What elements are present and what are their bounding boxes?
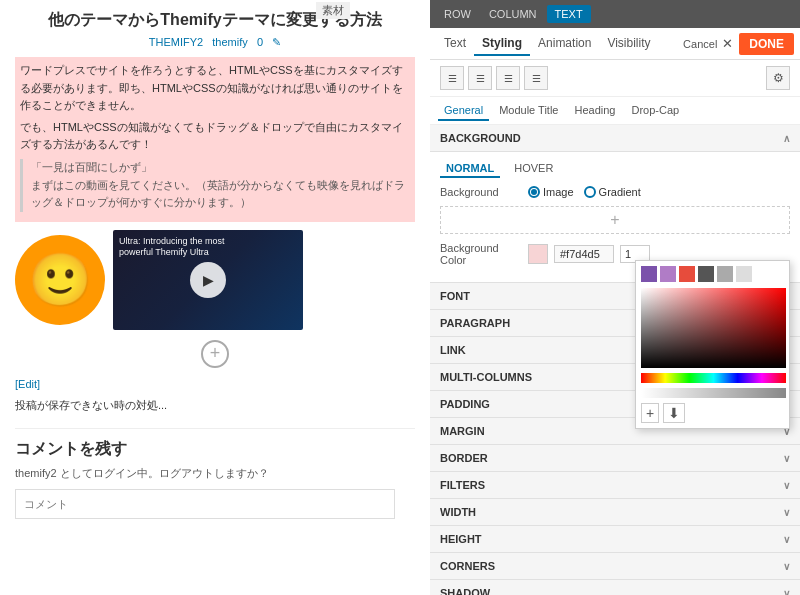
height-chevron-icon [783,534,790,545]
image-radio-dot [528,186,540,198]
align-left-icon: ☰ [448,73,457,84]
column-button[interactable]: COLUMN [481,5,545,23]
color-swatch[interactable] [528,244,548,264]
done-button[interactable]: DONE [739,33,794,55]
meta-count: 0 [257,36,263,48]
sub-tab-general[interactable]: General [438,101,489,121]
section-border-header[interactable]: BORDER [430,444,800,471]
section-font-label: FONT [440,290,470,302]
swatch-red[interactable] [679,266,695,282]
meta-edit-icon[interactable]: ✎ [272,36,281,48]
video-thumbnail[interactable]: Ultra: Introducing the most powerful The… [113,230,303,330]
section-shadow-header[interactable]: SHADOW [430,579,800,595]
section-shadow-label: SHADOW [440,587,490,595]
swatch-purple[interactable] [641,266,657,282]
color-picker-popup: + ⬇ [635,260,790,429]
section-margin-label: MARGIN [440,425,485,437]
comment-section: コメントを残す themify2 としてログイン中。ログアウトしますか？ [15,428,415,519]
normal-tab[interactable]: NORMAL [440,160,500,178]
align-center-button[interactable]: ☰ [468,66,492,90]
background-chevron-icon [783,133,790,144]
edit-link[interactable]: [Edit] [15,378,415,390]
body-text-2: でも、HTMLやCSSの知識がなくてもドラッグ＆ドロップで自由にカスタマイズする… [20,119,410,154]
section-paragraph-label: PARAGRAPH [440,317,510,329]
section-filters-label: FILTERS [440,479,485,491]
color-row [528,244,650,264]
sub-tab-bar: General Module Title Heading Drop-Cap [430,97,800,125]
quote-text: 「一見は百聞にしかず」 まずはこの動画を見てください。（英語が分からなくても映像… [31,159,410,212]
settings-button[interactable]: ⚙ [766,66,790,90]
comment-input[interactable] [15,489,395,519]
color-picker-bottom: + ⬇ [641,403,784,423]
hover-tab[interactable]: HOVER [508,160,559,178]
gradient-radio[interactable]: Gradient [584,186,641,198]
add-row: + [15,340,415,368]
sub-tab-heading[interactable]: Heading [568,101,621,121]
color-hex-input[interactable] [554,245,614,263]
background-type-row: Background Image Gradient [440,186,790,198]
section-border-label: BORDER [440,452,488,464]
meta-themify2[interactable]: THEMIFY2 [149,36,203,48]
align-justify-icon: ☰ [532,73,541,84]
section-filters-header[interactable]: FILTERS [430,471,800,498]
cancel-button[interactable]: Cancel [678,35,722,53]
article-body: ワードプレスでサイトを作ろうとすると、HTMLやCSSを基にカスタマイズする必要… [15,57,415,222]
add-image-button[interactable]: + [440,206,790,234]
video-title: Ultra: Introducing the most powerful The… [119,236,239,259]
section-background-header[interactable]: BACKGROUND [430,125,800,151]
swatch-gray1[interactable] [698,266,714,282]
color-swatches-row [641,266,784,282]
section-background-label: BACKGROUND [440,132,521,144]
save-notice: 投稿が保存できない時の対処... [15,398,415,413]
gradient-label: Gradient [599,186,641,198]
meta-themify[interactable]: themify [212,36,247,48]
cp-add-button[interactable]: + [641,403,659,423]
cp-download-button[interactable]: ⬇ [663,403,685,423]
filters-chevron-icon [783,480,790,491]
color-gradient-picker[interactable] [641,288,786,368]
image-radio[interactable]: Image [528,186,574,198]
section-height-label: HEIGHT [440,533,482,545]
align-right-icon: ☰ [504,73,513,84]
tab-styling[interactable]: Styling [474,32,530,56]
add-block-button[interactable]: + [201,340,229,368]
tab-animation[interactable]: Animation [530,32,599,56]
tab-bar: Text Styling Animation Visibility Cancel… [430,28,800,60]
comment-title: コメントを残す [15,439,415,460]
image-label: Image [543,186,574,198]
align-right-button[interactable]: ☰ [496,66,520,90]
background-label: Background [440,186,520,198]
gradient-radio-dot [584,186,596,198]
align-justify-button[interactable]: ☰ [524,66,548,90]
body-text-1: ワードプレスでサイトを作ろうとすると、HTMLやCSSを基にカスタマイズする必要… [20,62,410,115]
emoji-image: 🙂 [15,235,105,325]
section-height-header[interactable]: HEIGHT [430,525,800,552]
row-button[interactable]: ROW [436,5,479,23]
section-corners-header[interactable]: CORNERS [430,552,800,579]
article-meta: THEMIFY2 themify 0 ✎ [15,36,415,49]
section-width-label: WIDTH [440,506,476,518]
close-icon[interactable]: ✕ [722,36,733,51]
comment-login: themify2 としてログイン中。ログアウトしますか？ [15,466,415,481]
normal-hover-row: NORMAL HOVER [440,160,790,178]
media-row: 🙂 Ultra: Introducing the most powerful T… [15,230,415,330]
swatch-lightpurple[interactable] [660,266,676,282]
section-corners-label: CORNERS [440,560,495,572]
sozai-label: 素材 [316,2,350,19]
alpha-strip[interactable] [641,388,786,398]
align-left-button[interactable]: ☰ [440,66,464,90]
sub-tab-module-title[interactable]: Module Title [493,101,564,121]
section-width-header[interactable]: WIDTH [430,498,800,525]
swatch-light[interactable] [736,266,752,282]
text-button[interactable]: TEXT [547,5,591,23]
right-panel: ROW COLUMN TEXT Text Styling Animation V… [430,0,800,595]
hue-strip[interactable] [641,373,786,383]
comment-login-text: themify2 としてログイン中。ログアウトしますか？ [15,467,269,479]
play-button[interactable]: ▶ [190,262,226,298]
sub-tab-drop-cap[interactable]: Drop-Cap [625,101,685,121]
swatch-gray2[interactable] [717,266,733,282]
tab-visibility[interactable]: Visibility [599,32,658,56]
align-center-icon: ☰ [476,73,485,84]
tab-text[interactable]: Text [436,32,474,56]
radio-group: Image Gradient [528,186,641,198]
